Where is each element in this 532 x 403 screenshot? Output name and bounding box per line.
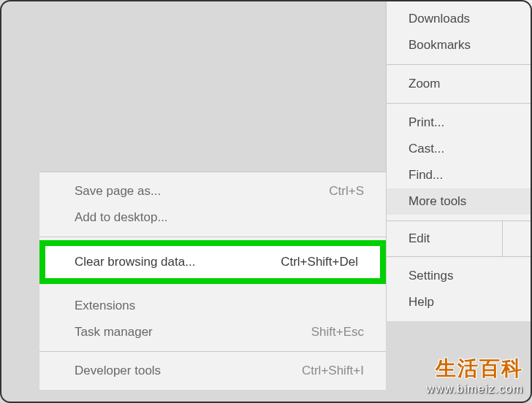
submenu-item-save-page[interactable]: Save page as... Ctrl+S — [39, 178, 386, 204]
edit-label: Edit — [408, 231, 430, 245]
watermark-title: 生活百科 — [426, 355, 523, 383]
add-desktop-label: Add to desktop... — [75, 210, 168, 225]
chrome-main-menu: Downloads Bookmarks Zoom Print... Cast..… — [386, 0, 532, 321]
developer-tools-shortcut: Ctrl+Shift+I — [302, 364, 364, 378]
highlight-box: Clear browsing data... Ctrl+Shift+Del — [39, 240, 386, 284]
more-tools-label: More tools — [408, 194, 466, 208]
menu-item-zoom[interactable]: Zoom — [387, 71, 532, 97]
bookmarks-label: Bookmarks — [408, 38, 471, 52]
task-manager-shortcut: Shift+Esc — [311, 325, 364, 339]
extensions-label: Extensions — [75, 299, 135, 313]
submenu-item-add-desktop[interactable]: Add to desktop... — [39, 204, 386, 231]
submenu-item-clear-browsing[interactable]: Clear browsing data... Ctrl+Shift+Del — [45, 246, 380, 278]
menu-item-help[interactable]: Help — [387, 289, 532, 315]
menu-item-bookmarks[interactable]: Bookmarks — [387, 32, 532, 58]
help-label: Help — [408, 295, 434, 309]
cast-label: Cast... — [408, 142, 444, 156]
zoom-label: Zoom — [408, 77, 440, 91]
clear-browsing-shortcut: Ctrl+Shift+Del — [281, 255, 358, 269]
downloads-label: Downloads — [408, 12, 470, 26]
menu-item-more-tools[interactable]: More tools — [387, 188, 532, 215]
menu-item-cast[interactable]: Cast... — [387, 136, 532, 162]
submenu-item-developer-tools[interactable]: Developer tools Ctrl+Shift+I — [39, 358, 386, 384]
developer-tools-label: Developer tools — [75, 364, 161, 378]
edit-blank-cell — [503, 221, 532, 256]
save-page-shortcut: Ctrl+S — [329, 184, 364, 199]
save-page-label: Save page as... — [75, 184, 161, 199]
menu-item-settings[interactable]: Settings — [387, 263, 532, 289]
submenu-item-task-manager[interactable]: Task manager Shift+Esc — [39, 319, 386, 345]
task-manager-label: Task manager — [75, 325, 153, 339]
print-label: Print... — [408, 115, 444, 129]
watermark-url: www.bimeiz.com — [426, 383, 523, 396]
watermark: 生活百科 www.bimeiz.com — [426, 355, 523, 396]
more-tools-submenu: Save page as... Ctrl+S Add to desktop...… — [39, 172, 386, 390]
submenu-item-extensions[interactable]: Extensions — [39, 293, 386, 319]
find-label: Find... — [408, 168, 443, 182]
menu-item-edit[interactable]: Edit — [387, 221, 503, 256]
menu-item-print[interactable]: Print... — [387, 110, 532, 136]
menu-item-edit-row: Edit — [387, 221, 532, 257]
clear-browsing-label: Clear browsing data... — [75, 255, 195, 269]
settings-label: Settings — [408, 269, 453, 283]
menu-item-downloads[interactable]: Downloads — [387, 6, 532, 32]
menu-item-find[interactable]: Find... — [387, 162, 532, 188]
